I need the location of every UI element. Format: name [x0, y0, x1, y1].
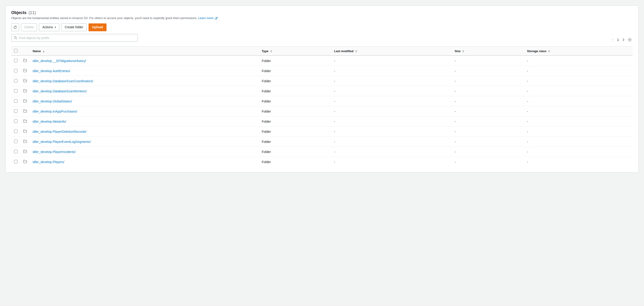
row-checkbox-cell[interactable]	[11, 127, 20, 137]
row-type-cell: Folder	[259, 96, 332, 106]
row-modified-cell: -	[331, 76, 452, 86]
row-checkbox-cell[interactable]	[11, 96, 20, 106]
chevron-left-icon	[611, 38, 614, 41]
type-sort-icon	[270, 50, 272, 53]
row-checkbox[interactable]	[14, 109, 18, 113]
row-file-icon-cell	[20, 137, 30, 147]
row-checkbox[interactable]	[14, 79, 18, 82]
row-checkbox[interactable]	[14, 160, 18, 163]
row-checkbox[interactable]	[14, 130, 18, 133]
row-checkbox-cell[interactable]	[11, 116, 20, 127]
row-checkbox-cell[interactable]	[11, 157, 20, 167]
row-name-link[interactable]: idler_develop.__EFMigrationsHistory/	[33, 59, 86, 63]
row-name-cell: idler_develop.GlobalStates/	[30, 96, 259, 106]
learn-more-link[interactable]: Learn more	[198, 16, 218, 20]
col-header-last-modified[interactable]: Last modified	[331, 47, 452, 56]
row-checkbox[interactable]	[14, 69, 18, 72]
row-checkbox[interactable]	[14, 59, 18, 62]
row-checkbox[interactable]	[14, 89, 18, 93]
row-file-icon-cell	[20, 106, 30, 116]
next-page-button[interactable]	[621, 38, 626, 42]
name-sort-icon	[42, 50, 45, 53]
row-checkbox[interactable]	[14, 99, 18, 103]
folder-icon	[23, 149, 27, 154]
modified-sort-icon	[355, 50, 357, 53]
row-checkbox-cell[interactable]	[11, 66, 20, 76]
row-storage-cell: -	[524, 137, 633, 147]
row-modified-cell: -	[331, 106, 452, 116]
toolbar: Delete Actions ▾ Create folder Upload	[11, 23, 633, 31]
row-size-cell: -	[452, 66, 524, 76]
row-name-link[interactable]: idler_develop.PlayerEventLogSegments/	[33, 140, 91, 144]
row-checkbox-cell[interactable]	[11, 86, 20, 96]
row-checkbox-cell[interactable]	[11, 76, 20, 86]
row-name-cell: idler_develop.Players/	[30, 157, 259, 167]
row-name-link[interactable]: idler_develop.PlayerDeletionRecords/	[33, 130, 86, 133]
count-badge: (11)	[28, 10, 36, 15]
row-name-cell: idler_develop.PlayerIncidents/	[30, 147, 259, 157]
row-modified-cell: -	[331, 56, 452, 66]
row-checkbox-cell[interactable]	[11, 137, 20, 147]
col-header-storage-class[interactable]: Storage class	[524, 47, 633, 56]
learn-more-text: Learn more	[198, 16, 214, 20]
row-name-link[interactable]: idler_develop.InAppPurchases/	[33, 110, 77, 113]
search-bar[interactable]	[11, 34, 138, 42]
row-storage-cell: -	[524, 76, 633, 86]
row-checkbox-cell[interactable]	[11, 56, 20, 66]
row-name-link[interactable]: idler_develop.DatabaseScanWorkers/	[33, 89, 87, 93]
row-storage-cell: -	[524, 106, 633, 116]
delete-button[interactable]: Delete	[21, 23, 37, 31]
row-name-cell: idler_develop.MetaInfo/	[30, 116, 259, 127]
col-type-label: Type	[262, 49, 268, 53]
refresh-button[interactable]	[11, 23, 19, 31]
row-name-link[interactable]: idler_develop.PlayerIncidents/	[33, 150, 76, 154]
col-modified-label: Last modified	[334, 49, 354, 53]
col-header-type[interactable]: Type	[259, 47, 332, 56]
row-name-link[interactable]: idler_develop.MetaInfo/	[33, 120, 66, 123]
row-checkbox[interactable]	[14, 119, 18, 123]
svg-line-3	[16, 38, 17, 39]
create-folder-button[interactable]: Create folder	[61, 23, 87, 31]
col-name-label: Name	[33, 49, 41, 53]
row-modified-cell: -	[331, 157, 452, 167]
row-storage-cell: -	[524, 96, 633, 106]
col-header-size[interactable]: Size	[452, 47, 524, 56]
row-name-link[interactable]: idler_develop.Players/	[33, 160, 64, 164]
row-checkbox-cell[interactable]	[11, 106, 20, 116]
row-name-link[interactable]: idler_develop.GlobalStates/	[33, 99, 72, 103]
folder-icon	[23, 78, 27, 83]
prev-page-button[interactable]	[610, 38, 615, 42]
select-all-checkbox[interactable]	[14, 49, 18, 52]
folder-icon	[23, 99, 27, 103]
actions-button[interactable]: Actions ▾	[39, 23, 59, 31]
table-header-row: Name Type Last modified Size Storage cla…	[11, 47, 633, 56]
row-checkbox-cell[interactable]	[11, 147, 20, 157]
row-storage-cell: -	[524, 127, 633, 137]
upload-button[interactable]: Upload	[88, 23, 106, 31]
row-type-cell: Folder	[259, 116, 332, 127]
row-name-cell: idler_develop.InAppPurchases/	[30, 106, 259, 116]
folder-icon	[23, 129, 27, 133]
row-file-icon-cell	[20, 86, 30, 96]
pagination: 1	[610, 37, 633, 42]
page-number: 1	[616, 38, 620, 41]
row-storage-cell: -	[524, 66, 633, 76]
select-all-header[interactable]	[11, 47, 20, 56]
table-row: idler_develop.GlobalStates/ Folder - - -	[11, 96, 633, 106]
table-row: idler_develop.InAppPurchases/ Folder - -…	[11, 106, 633, 116]
row-checkbox[interactable]	[14, 150, 18, 153]
col-header-name[interactable]: Name	[30, 47, 259, 56]
table-row: idler_develop.PlayerDeletionRecords/ Fol…	[11, 127, 633, 137]
row-name-cell: idler_develop.PlayerEventLogSegments/	[30, 137, 259, 147]
row-type-cell: Folder	[259, 86, 332, 96]
page-title: Objects (11)	[11, 10, 633, 15]
search-row: 1	[11, 34, 633, 45]
row-file-icon-cell	[20, 147, 30, 157]
row-name-link[interactable]: idler_develop.AuthEntries/	[33, 69, 70, 73]
table-row: idler_develop.Players/ Folder - - -	[11, 157, 633, 167]
search-input[interactable]	[19, 36, 135, 40]
row-name-link[interactable]: idler_develop.DatabaseScanCoordinators/	[33, 79, 93, 83]
row-checkbox[interactable]	[14, 140, 18, 143]
upload-label: Upload	[92, 25, 103, 30]
settings-button[interactable]	[627, 37, 633, 42]
